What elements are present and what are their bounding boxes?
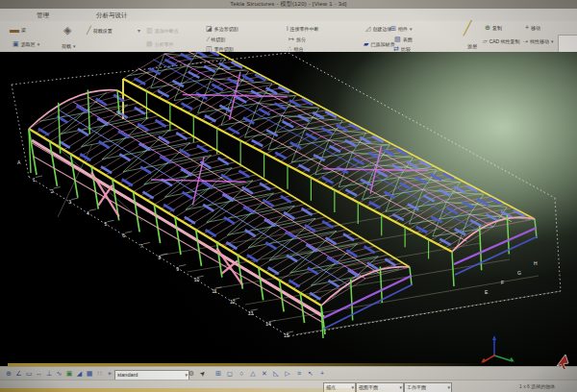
svg-text:9: 9 — [176, 266, 179, 272]
snap-angle-icon[interactable]: ∠ — [14, 369, 24, 379]
app-window: Tekla Structures - 模型(120) - [View 1 - 3… — [0, 0, 577, 392]
poly-cut-button[interactable]: ◪多边形切割 — [206, 25, 238, 33]
linear-copy-button[interactable]: ▱CAD 线性复制 — [483, 37, 520, 45]
tab-manage[interactable]: 管理 — [33, 10, 53, 20]
coating-pen-button[interactable]: ╱ — [464, 24, 471, 32]
split-button[interactable]: ↦拆分 — [288, 36, 306, 43]
tab-analysis-design[interactable]: 分析与设计 — [92, 10, 132, 20]
more-caret[interactable]: ▾ — [138, 27, 140, 35]
load-hand-button[interactable]: ◈ — [63, 26, 71, 34]
chevron-down-icon: ▾ — [351, 383, 354, 391]
select-grid-icon[interactable]: ≡ — [294, 369, 304, 379]
beam-button[interactable]: ▬梁 — [10, 26, 26, 34]
edge-icon: ◿ — [365, 25, 370, 33]
poly-cut-icon: ◪ — [206, 25, 213, 33]
component-icon: ⊞ — [390, 25, 396, 33]
analyze-part-button-label: 分析零件 — [155, 40, 174, 48]
svg-text:13: 13 — [248, 310, 254, 316]
load-button-label: 荷载 — [62, 42, 71, 50]
caret-down-icon: ▾ — [410, 26, 413, 32]
svg-text:2: 2 — [51, 188, 54, 194]
snap-corner-icon[interactable]: ◢ — [75, 369, 85, 379]
viewport-3d[interactable]: 123456789101112131415AEFGH — [0, 52, 577, 366]
select-component-icon[interactable]: ↖ — [306, 369, 315, 379]
add-breakpoint-button-label: 添加中断点 — [155, 27, 179, 35]
added-material-button-label: 已添加材质 — [370, 40, 394, 48]
pen-icon: ╱ — [87, 27, 91, 35]
component-button[interactable]: ⊞组件▾ — [390, 25, 412, 33]
svg-text:H: H — [534, 260, 538, 266]
snap-target-icon[interactable]: ⌖ — [105, 369, 114, 379]
svg-text:1: 1 — [33, 177, 36, 183]
move-button[interactable]: +移动 — [525, 24, 540, 32]
snap-point-combo[interactable]: 捕点▾ — [323, 382, 356, 392]
svg-text:6: 6 — [122, 233, 125, 238]
select-assembly-icon[interactable]: + — [317, 369, 327, 379]
svg-text:E: E — [485, 289, 489, 295]
info-icon: i — [287, 25, 288, 33]
split-button-label: 拆分 — [296, 36, 306, 43]
select-surface-icon[interactable]: △ — [248, 369, 258, 379]
material-icon: ▰ — [364, 40, 368, 48]
svg-text:10: 10 — [194, 277, 200, 282]
analyze-part-button[interactable]: ▤分析零件 — [146, 40, 174, 48]
joined-parts-button[interactable]: i连接零件中断 — [287, 25, 319, 33]
model-scene[interactable]: 123456789101112131415AEFGH — [0, 52, 577, 366]
settings-gear-icon[interactable]: ⚙ — [187, 369, 196, 379]
snap-mesh-icon[interactable]: ▦ — [85, 369, 94, 379]
create-edge-button[interactable]: ◿创建边缘 — [365, 25, 391, 33]
snap-free-icon[interactable]: ▭ — [24, 369, 34, 379]
snap-points-icon[interactable]: ∷ — [95, 369, 105, 379]
select-view-icon[interactable]: ▷ — [283, 369, 292, 379]
select-all-icon[interactable]: ⊞ — [213, 369, 223, 379]
svg-text:5: 5 — [105, 221, 108, 227]
snap-extension-icon[interactable]: ↔ — [35, 369, 44, 379]
load-settings-button[interactable]: ╱荷载设置 — [87, 27, 113, 35]
window-titlebar: Tekla Structures - 模型(120) - [View 1 - 3… — [0, 0, 577, 9]
component-button-label: 组件 — [398, 25, 408, 33]
select-part-icon[interactable]: ◻ — [225, 369, 235, 379]
load-button[interactable]: 荷载▾ — [62, 42, 76, 50]
linear-move-button[interactable]: ⇢线性移动▾ — [523, 37, 554, 45]
copy-button[interactable]: ⊕复制 — [485, 24, 502, 32]
move-icon: + — [525, 24, 529, 32]
style-dropdown[interactable]: standard ▾ — [114, 370, 189, 380]
svg-text:15: 15 — [284, 332, 289, 338]
snap-grid-icon[interactable]: ▣ — [64, 369, 74, 379]
copy-button-label: 复制 — [492, 24, 502, 32]
breakpoint-icon: ▥ — [146, 27, 153, 35]
svg-text:7: 7 — [140, 243, 143, 249]
work-plane-combo[interactable]: 工作平面▾ — [404, 382, 452, 392]
snap-toolbar: standard ▾ ⊕∠▭↔⊥∿▣◢▦∷⌖⚙➤⊞◻○△✕◺▷≡↖+ — [0, 366, 577, 380]
svg-text:12: 12 — [230, 299, 236, 305]
snap-origin-icon[interactable]: ⊕ — [4, 369, 13, 379]
select-area-button[interactable]: ▣选取区▾ — [13, 40, 39, 48]
pointer-mode-icon[interactable]: ➤ — [196, 367, 210, 380]
snap-perpendicular-icon[interactable]: ⊥ — [44, 369, 54, 379]
svg-text:4: 4 — [87, 210, 89, 216]
line-cut-button[interactable]: ∕线切割 — [208, 36, 225, 43]
beam-icon: ▬ — [10, 26, 19, 34]
copy-icon: ⊕ — [485, 24, 490, 32]
surface-button-label: 表面 — [403, 36, 413, 43]
coating-button[interactable]: 涂层 — [467, 42, 477, 50]
select-area-button-label: 选取区 — [21, 40, 36, 48]
split-icon: ↦ — [288, 36, 294, 43]
snap-curve-icon[interactable]: ∿ — [55, 369, 64, 379]
select-cut-icon[interactable]: ◺ — [271, 369, 281, 379]
coating-pen-icon: ╱ — [464, 24, 471, 32]
svg-text:F: F — [501, 280, 504, 285]
add-breakpoint-button[interactable]: ▥添加中断点 — [146, 27, 179, 35]
work-plane-combo-value: 工作平面 — [407, 384, 426, 390]
joined-parts-button-label: 连接零件中断 — [290, 25, 319, 33]
view-plane-combo[interactable]: 视图平面▾ — [356, 382, 404, 392]
surface-button[interactable]: ▨表面 — [394, 36, 413, 43]
style-dropdown-value: standard — [117, 372, 138, 378]
select-weld-icon[interactable]: ✕ — [260, 369, 269, 379]
coating-button-label: 涂层 — [467, 42, 477, 50]
svg-text:3: 3 — [68, 199, 71, 205]
linear-copy-icon: ▱ — [483, 37, 488, 45]
added-material-button[interactable]: ▰已添加材质 — [364, 40, 394, 48]
select-point-icon[interactable]: ○ — [237, 369, 246, 379]
chevron-down-icon: ▾ — [399, 383, 402, 391]
